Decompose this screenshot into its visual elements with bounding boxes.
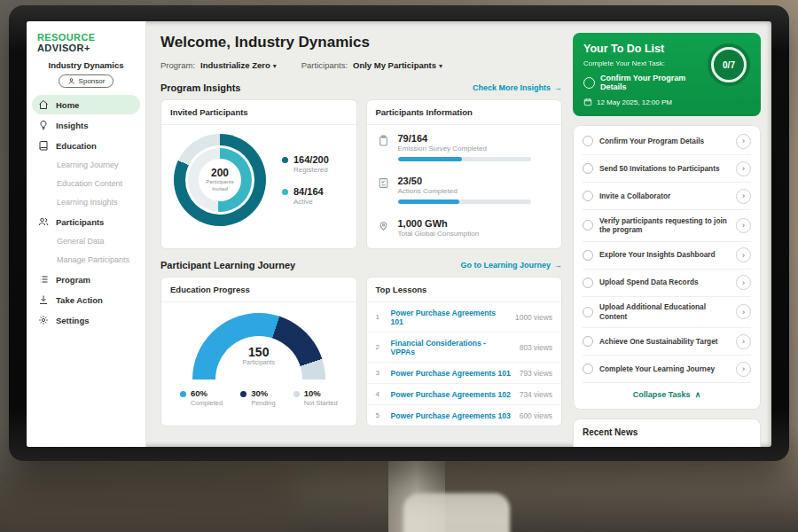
task-checkbox[interactable] [583, 136, 593, 146]
lesson-row[interactable]: 3 Power Purchase Agreements 101 793 view… [367, 363, 562, 384]
task-item[interactable]: Invite a Collaborator › [583, 183, 751, 210]
program-filter[interactable]: Program:Industrialize Zero▾ [160, 60, 277, 70]
task-checkbox[interactable] [583, 278, 593, 288]
legend-dot [282, 157, 288, 163]
sponsor-badge-label: Sponsor [79, 77, 106, 85]
app-window: RESOURCE ADVISOR+ Industry Dynamics Spon… [27, 21, 771, 447]
sidebar-item-label: Settings [56, 316, 89, 325]
lesson-link[interactable]: Power Purchase Agreements 102 [391, 390, 512, 399]
org-name: Industry Dynamics [27, 60, 145, 70]
sidebar-item-general-data[interactable]: General Data [32, 232, 140, 250]
sidebar-item-learning-journey[interactable]: Learning Journey [32, 156, 140, 174]
chevron-right-icon[interactable]: › [736, 362, 751, 377]
chevron-down-icon[interactable]: ▾ [273, 62, 277, 70]
task-checkbox[interactable] [583, 191, 593, 201]
check-more-insights-link[interactable]: Check More Insights → [473, 83, 562, 92]
section-title-program-insights: Program Insights [160, 82, 240, 93]
task-item[interactable]: Verify participants requesting to join t… [583, 210, 751, 242]
progress-fill [398, 200, 459, 204]
card-title: Top Lessons [367, 278, 562, 302]
lesson-link[interactable]: Power Purchase Agreements 103 [391, 411, 512, 420]
donut-center-label: Participants Invited [201, 179, 239, 193]
task-item[interactable]: Send 50 Invitations to Participants › [583, 155, 751, 183]
sidebar-item-insights[interactable]: Insights [32, 115, 140, 135]
participants-filter[interactable]: Participants:Only My Participants▾ [301, 60, 442, 70]
task-checkbox[interactable] [583, 364, 593, 374]
card-title: Education Progress [161, 278, 356, 302]
chevron-right-icon[interactable]: › [736, 161, 751, 176]
lesson-row[interactable]: 1 Power Purchase Agreements 101 1000 vie… [367, 302, 562, 332]
desk-object [403, 493, 510, 532]
sidebar-item-education[interactable]: Education [32, 136, 140, 155]
invited-donut-inner: 200 Participants Invited [188, 148, 252, 212]
go-to-learning-journey-link[interactable]: Go to Learning Journey → [460, 261, 562, 270]
sidebar-item-learning-insights[interactable]: Learning Insights [32, 193, 140, 211]
sidebar-item-program[interactable]: Program [32, 270, 140, 289]
sidebar-item-settings[interactable]: Settings [32, 310, 140, 330]
top-lessons-card: Top Lessons 1 Power Purchase Agreements … [366, 277, 563, 426]
todo-summary-card: Your To Do List Complete Your Next Task:… [573, 33, 761, 116]
lesson-link[interactable]: Power Purchase Agreements 101 [391, 369, 512, 378]
person-icon [67, 77, 75, 85]
task-checkbox[interactable] [583, 163, 593, 174]
chevron-right-icon[interactable]: › [736, 247, 751, 262]
sponsor-badge: Sponsor [59, 74, 114, 88]
task-checkbox[interactable] [583, 336, 593, 347]
task-item[interactable]: Upload Spend Data Records › [583, 270, 751, 297]
sidebar-item-label: Insights [56, 121, 88, 130]
sidebar-item-education-content[interactable]: Education Content [32, 175, 140, 192]
task-checkbox[interactable] [583, 77, 595, 89]
pinfo-row-consumption: 1,000 GWh Total Global Consumption [367, 210, 562, 248]
brand-logo-dark: ADVISOR+ [37, 43, 90, 53]
lesson-row[interactable]: 2 Financial Considerations - VPPAs 803 v… [367, 332, 562, 363]
home-icon [38, 99, 49, 110]
sidebar-item-label: Learning Insights [57, 198, 118, 207]
chevron-right-icon[interactable]: › [736, 334, 751, 349]
task-item[interactable]: Upload Additional Educational Content › [583, 297, 751, 329]
users-icon [38, 216, 49, 227]
sidebar-item-home[interactable]: Home [32, 95, 140, 114]
lesson-row[interactable]: 4 Power Purchase Agreements 102 734 view… [367, 384, 562, 405]
todo-column: Your To Do List Complete Your Next Task:… [573, 33, 761, 447]
card-title: Participants Information [367, 100, 562, 125]
chevron-right-icon[interactable]: › [736, 218, 751, 233]
lesson-link[interactable]: Power Purchase Agreements 101 [391, 309, 509, 326]
task-checkbox[interactable] [583, 220, 593, 231]
legend-dot [180, 391, 186, 397]
task-item[interactable]: Explore Your Insights Dashboard › [583, 242, 751, 270]
chevron-right-icon[interactable]: › [736, 134, 751, 149]
todo-task-list: Confirm Your Program Details › Send 50 I… [573, 125, 761, 410]
chevron-right-icon[interactable]: › [736, 275, 751, 290]
task-item[interactable]: Confirm Your Program Details › [583, 128, 751, 155]
sidebar-item-manage-participants[interactable]: Manage Participants [32, 251, 140, 269]
lesson-row[interactable]: 5 Power Purchase Agreements 103 600 view… [367, 405, 562, 426]
chevron-down-icon[interactable]: ▾ [439, 62, 442, 70]
gauge-center-value: 150 [192, 345, 325, 359]
lesson-link[interactable]: Financial Considerations - VPPAs [391, 339, 512, 356]
checklist-icon [378, 176, 390, 189]
sidebar-item-label: Participants [56, 217, 104, 227]
recent-news-title: Recent News [583, 427, 638, 437]
program-filter-value[interactable]: Industrialize Zero [200, 60, 270, 70]
legend-item-pending: 30% Pending [240, 388, 276, 407]
program-filter-label: Program: [160, 60, 195, 70]
brand-logo: RESOURCE ADVISOR+ [37, 32, 135, 53]
legend-item-completed: 60% Completed [180, 388, 223, 407]
sidebar-item-take-action[interactable]: Take Action [32, 290, 140, 309]
collapse-tasks-link[interactable]: Collapse Tasks ∧ [583, 383, 751, 407]
brand-logo-green: RESOURCE [37, 32, 96, 43]
sidebar-item-participants[interactable]: Participants [32, 212, 140, 231]
participants-filter-value[interactable]: Only My Participants [353, 60, 436, 70]
legend-item-active: 84/164 Active [282, 186, 329, 206]
task-checkbox[interactable] [583, 250, 593, 261]
task-item[interactable]: Achieve One Sustainability Target › [583, 328, 751, 356]
download-icon [38, 294, 49, 305]
chevron-right-icon[interactable]: › [736, 304, 751, 319]
list-icon [38, 274, 49, 285]
chevron-right-icon[interactable]: › [736, 189, 751, 204]
task-item[interactable]: Complete Your Learning Journey › [583, 356, 751, 383]
education-gauge-wrap: 150 Participants [192, 313, 325, 379]
task-checkbox[interactable] [583, 307, 593, 317]
arrow-right-icon: → [554, 261, 562, 270]
invited-donut: 200 Participants Invited [174, 134, 266, 226]
